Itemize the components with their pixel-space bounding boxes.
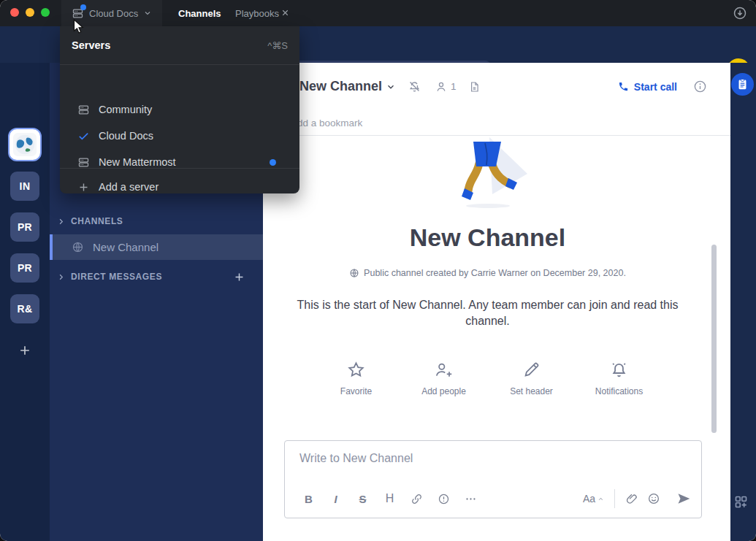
dm-category-label: DIRECT MESSAGES [71, 272, 162, 282]
bell-icon [609, 360, 629, 380]
mouse-cursor [73, 19, 86, 35]
add-server-label: Add a server [99, 181, 159, 193]
pinned-files-icon[interactable] [468, 80, 481, 93]
add-server-button[interactable]: Add a server [60, 174, 299, 200]
action-label: Add people [421, 386, 466, 396]
menu-divider [60, 64, 299, 65]
channel-header: New Channel 1 Start call [263, 63, 730, 110]
clipboard-icon [736, 78, 749, 91]
send-button[interactable] [676, 491, 691, 506]
notifications-muted-bell-icon[interactable] [408, 80, 421, 93]
minimize-window-button[interactable] [26, 8, 34, 17]
intro-channel-title: New Channel [263, 223, 712, 252]
direct-messages-category[interactable]: DIRECT MESSAGES [57, 272, 162, 282]
action-label: Favorite [340, 386, 372, 396]
running-person-illustration [263, 136, 712, 215]
server-icon [77, 156, 90, 169]
smiley-icon [647, 492, 660, 505]
attach-file-button[interactable] [625, 492, 638, 505]
more-formatting-icon[interactable] [457, 493, 484, 505]
intro-description: This is the start of New Channel. Any te… [285, 297, 691, 329]
intro-actions: Favorite Add people Set header [263, 360, 712, 396]
chevron-right-icon [57, 218, 65, 226]
created-by-text: Public channel created by Carrie Warner … [364, 268, 626, 278]
action-label: Notifications [595, 386, 643, 396]
alert-circle-icon [438, 493, 450, 505]
paperclip-icon [625, 492, 638, 505]
channels-category-label: CHANNELS [71, 216, 123, 226]
channel-created-meta: Public channel created by Carrie Warner … [263, 268, 712, 278]
favorite-button[interactable]: Favorite [323, 360, 390, 396]
menu-item-cloud-docs[interactable]: Cloud Docs [60, 123, 299, 149]
format-toggle-button[interactable]: Aa [583, 493, 604, 504]
chevron-down-icon [143, 9, 152, 18]
selected-channel-bar [50, 234, 53, 260]
bookmark-bar[interactable]: Add a bookmark [263, 110, 730, 136]
emoji-button[interactable] [647, 492, 660, 505]
channel-info-icon[interactable] [693, 80, 707, 93]
formatting-toolbar: B I S H Aa [295, 487, 691, 510]
app-bar [730, 63, 756, 541]
menu-item-community[interactable]: Community [60, 96, 299, 123]
ellipsis-icon [465, 493, 477, 505]
person-icon [435, 80, 448, 93]
zoom-window-button[interactable] [41, 8, 50, 17]
message-input[interactable] [298, 451, 678, 466]
add-bookmark-label: Add a bookmark [291, 118, 362, 128]
link-button[interactable] [403, 493, 430, 505]
mattermost-window: Cloud Docs Channels Playbooks [0, 0, 756, 541]
plus-icon [77, 181, 90, 193]
title-bar: Cloud Docs Channels Playbooks [0, 0, 756, 26]
heading-button[interactable]: H [376, 492, 403, 505]
servers-dropdown-menu: Servers ^⌘S Community Cloud Docs New Mat… [60, 26, 299, 193]
bold-button[interactable]: B [295, 493, 322, 505]
italic-button[interactable]: I [322, 493, 349, 505]
member-count: 1 [451, 81, 457, 92]
menu-item-label: Community [99, 104, 152, 115]
star-icon [346, 360, 366, 380]
toolbar-divider [614, 489, 615, 508]
add-people-button[interactable]: Add people [411, 360, 478, 396]
team-avatar-globe[interactable] [8, 128, 42, 161]
globe-earth-icon [12, 132, 37, 157]
team-sidebar: IN PR PR R& [0, 63, 50, 541]
menu-item-new-mattermost[interactable]: New Mattermost [60, 149, 299, 175]
tab-channels[interactable]: Channels [178, 0, 221, 26]
add-direct-message-plus-icon[interactable] [233, 271, 245, 283]
team-avatar-pr-2[interactable]: PR [10, 253, 39, 283]
notifications-button[interactable]: Notifications [586, 360, 653, 396]
sidebar-item-new-channel[interactable]: New Channel [50, 234, 263, 260]
servers-menu-header: Servers ^⌘S [60, 26, 299, 64]
add-team-plus-icon[interactable] [18, 343, 32, 358]
strikethrough-button[interactable]: S [349, 493, 376, 505]
check-icon [77, 130, 90, 142]
globe-channel-icon [349, 268, 359, 278]
servers-shortcut: ^⌘S [267, 40, 288, 51]
channel-title[interactable]: New Channel [299, 79, 382, 94]
server-icon [77, 104, 90, 116]
start-call-button[interactable]: Start call [618, 81, 677, 93]
server-icon [72, 7, 84, 20]
team-avatar-pr-1[interactable]: PR [10, 212, 39, 242]
download-icon[interactable] [733, 6, 747, 20]
channels-category[interactable]: CHANNELS [57, 216, 123, 226]
team-initials: PR [18, 221, 32, 233]
servers-menu-title: Servers [72, 39, 110, 51]
close-window-button[interactable] [10, 8, 19, 17]
set-header-button[interactable]: Set header [498, 360, 565, 396]
tab-playbooks[interactable]: Playbooks [235, 0, 279, 26]
team-avatar-r-and[interactable]: R& [10, 294, 39, 323]
team-avatar-in[interactable]: IN [10, 172, 39, 201]
chevron-down-icon[interactable] [386, 82, 396, 92]
chevron-up-icon [597, 496, 604, 502]
globe-channel-icon [72, 241, 84, 253]
priority-alert-icon[interactable] [430, 493, 457, 505]
action-label: Set header [510, 386, 553, 396]
members-button[interactable]: 1 [435, 80, 457, 93]
scrollbar-thumb[interactable] [711, 245, 717, 433]
playbooks-app-button[interactable] [731, 73, 754, 96]
close-tab-icon[interactable] [280, 8, 290, 18]
channel-intro: New Channel Public channel created by Ca… [263, 136, 712, 396]
apps-marketplace-icon[interactable] [733, 494, 749, 510]
unread-dot [270, 159, 276, 166]
